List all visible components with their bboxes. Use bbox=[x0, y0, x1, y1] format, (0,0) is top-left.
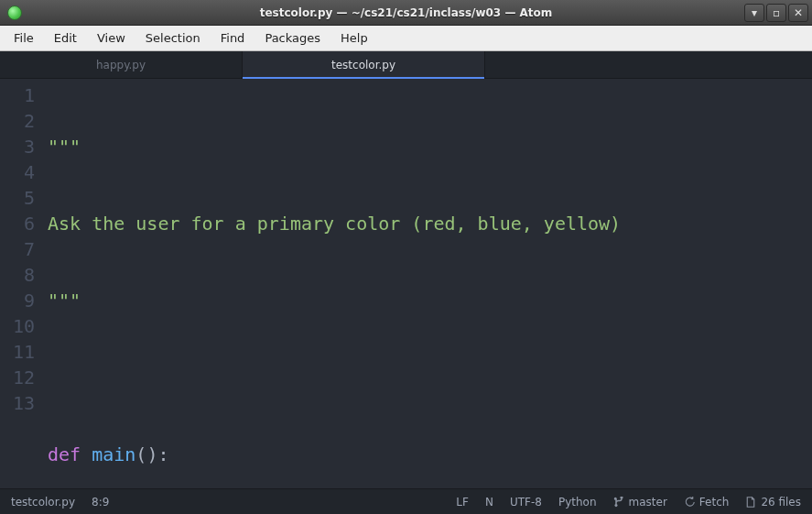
window-minimize-button[interactable]: ▾ bbox=[744, 4, 764, 22]
statusbar: testcolor.py 8:9 LF N UTF-8 Python maste… bbox=[0, 488, 812, 514]
docstring-quote: """ bbox=[48, 290, 81, 312]
window-title: testcolor.py — ~/cs21/cs21/inclass/w03 —… bbox=[0, 6, 812, 19]
status-files[interactable]: 26 files bbox=[745, 496, 801, 509]
menu-packages[interactable]: Packages bbox=[254, 27, 330, 49]
status-language[interactable]: Python bbox=[558, 496, 597, 509]
line-number: 13 bbox=[0, 390, 35, 416]
file-icon bbox=[745, 497, 756, 508]
atom-app-icon bbox=[7, 5, 22, 20]
editor[interactable]: 1 2 3 4 5 6 7 8 9 10 11 12 13 """ Ask th… bbox=[0, 79, 812, 488]
menu-edit[interactable]: Edit bbox=[44, 27, 87, 49]
docstring-quote: """ bbox=[48, 136, 81, 158]
status-files-label: 26 files bbox=[761, 496, 801, 509]
window-maximize-button[interactable]: ▫ bbox=[766, 4, 786, 22]
tabbar: happy.py testcolor.py bbox=[0, 51, 812, 79]
tab-label: happy.py bbox=[96, 59, 146, 71]
menu-file[interactable]: File bbox=[4, 27, 44, 49]
docstring-text: Ask the user for a primary color (red, b… bbox=[48, 213, 621, 235]
line-number: 5 bbox=[0, 185, 35, 211]
status-branch[interactable]: master bbox=[613, 496, 667, 509]
menu-help[interactable]: Help bbox=[330, 27, 378, 49]
code-area[interactable]: """ Ask the user for a primary color (re… bbox=[48, 79, 812, 488]
menu-view[interactable]: View bbox=[87, 27, 135, 49]
line-number: 4 bbox=[0, 159, 35, 185]
window-close-button[interactable]: ✕ bbox=[788, 4, 808, 22]
line-number: 1 bbox=[0, 82, 35, 108]
status-line-ending[interactable]: LF bbox=[456, 496, 469, 509]
status-n[interactable]: N bbox=[485, 496, 493, 509]
line-number: 8 bbox=[0, 262, 35, 288]
menu-selection[interactable]: Selection bbox=[135, 27, 211, 49]
status-cursor[interactable]: 8:9 bbox=[92, 496, 109, 509]
git-branch-icon bbox=[613, 497, 624, 508]
line-number: 11 bbox=[0, 339, 35, 365]
sync-icon bbox=[684, 497, 695, 508]
status-branch-label: master bbox=[629, 496, 667, 509]
tab-testcolor-py[interactable]: testcolor.py bbox=[243, 51, 485, 78]
menu-find[interactable]: Find bbox=[211, 27, 255, 49]
menubar: File Edit View Selection Find Packages H… bbox=[0, 26, 812, 51]
line-number: 10 bbox=[0, 313, 35, 339]
line-number: 2 bbox=[0, 108, 35, 134]
status-fetch-label: Fetch bbox=[699, 496, 730, 509]
tab-happy-py[interactable]: happy.py bbox=[0, 51, 243, 78]
status-fetch[interactable]: Fetch bbox=[684, 496, 730, 509]
line-number: 7 bbox=[0, 236, 35, 262]
status-file[interactable]: testcolor.py bbox=[11, 496, 75, 509]
kw-def: def bbox=[48, 443, 81, 465]
fn-name: main bbox=[81, 443, 135, 465]
tab-label: testcolor.py bbox=[331, 59, 395, 71]
line-number: 6 bbox=[0, 211, 35, 236]
status-encoding[interactable]: UTF-8 bbox=[510, 496, 542, 509]
punct: (): bbox=[135, 443, 168, 465]
window-titlebar: testcolor.py — ~/cs21/cs21/inclass/w03 —… bbox=[0, 0, 812, 26]
gutter: 1 2 3 4 5 6 7 8 9 10 11 12 13 bbox=[0, 79, 48, 488]
window-controls: ▾ ▫ ✕ bbox=[742, 4, 812, 22]
line-number: 3 bbox=[0, 134, 35, 159]
line-number: 12 bbox=[0, 365, 35, 390]
line-number: 9 bbox=[0, 288, 35, 313]
